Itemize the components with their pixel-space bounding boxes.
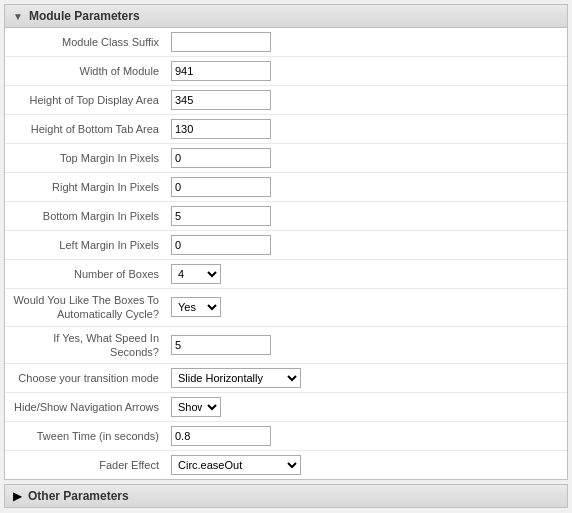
param-row-number-of-boxes: Number of Boxes123456 xyxy=(5,260,567,289)
param-row-auto-cycle: Would You Like The Boxes To Automaticall… xyxy=(5,289,567,327)
select-transition-mode[interactable]: Slide HorizontallyFadeSlide Vertically xyxy=(171,368,301,388)
module-params-title: Module Parameters xyxy=(29,9,140,23)
param-row-nav-arrows: Hide/Show Navigation ArrowsShowHide xyxy=(5,393,567,422)
input-speed-seconds[interactable] xyxy=(171,335,271,355)
param-label-module-class-suffix: Module Class Suffix xyxy=(5,28,165,57)
param-label-auto-cycle: Would You Like The Boxes To Automaticall… xyxy=(5,289,165,327)
param-value-transition-mode: Slide HorizontallyFadeSlide Vertically xyxy=(165,364,567,393)
param-row-height-bottom-tab: Height of Bottom Tab Area xyxy=(5,115,567,144)
param-row-bottom-margin: Bottom Margin In Pixels xyxy=(5,202,567,231)
param-label-fader-effect: Fader Effect xyxy=(5,451,165,480)
select-fader-effect[interactable]: Circ.easeOutLinear.easeNoneSine.easeInSi… xyxy=(171,455,301,475)
input-left-margin[interactable] xyxy=(171,235,271,255)
select-nav-arrows[interactable]: ShowHide xyxy=(171,397,221,417)
param-value-width-of-module xyxy=(165,57,567,86)
param-label-right-margin: Right Margin In Pixels xyxy=(5,173,165,202)
input-width-of-module[interactable] xyxy=(171,61,271,81)
param-value-tween-time xyxy=(165,422,567,451)
params-table: Module Class SuffixWidth of ModuleHeight… xyxy=(5,28,567,479)
input-tween-time[interactable] xyxy=(171,426,271,446)
param-value-nav-arrows: ShowHide xyxy=(165,393,567,422)
param-label-tween-time: Tween Time (in seconds) xyxy=(5,422,165,451)
param-value-bottom-margin xyxy=(165,202,567,231)
param-label-number-of-boxes: Number of Boxes xyxy=(5,260,165,289)
input-right-margin[interactable] xyxy=(171,177,271,197)
input-height-bottom-tab[interactable] xyxy=(171,119,271,139)
param-label-speed-seconds: If Yes, What Speed In Seconds? xyxy=(5,326,165,364)
param-row-top-margin: Top Margin In Pixels xyxy=(5,144,567,173)
module-params-section: ▼ Module Parameters Module Class SuffixW… xyxy=(4,4,568,480)
param-value-module-class-suffix xyxy=(165,28,567,57)
other-params-section: ▶ Other Parameters xyxy=(4,484,568,508)
param-value-fader-effect: Circ.easeOutLinear.easeNoneSine.easeInSi… xyxy=(165,451,567,480)
param-row-right-margin: Right Margin In Pixels xyxy=(5,173,567,202)
param-label-height-top-display: Height of Top Display Area xyxy=(5,86,165,115)
param-label-left-margin: Left Margin In Pixels xyxy=(5,231,165,260)
module-params-arrow: ▼ xyxy=(13,11,23,22)
param-label-bottom-margin: Bottom Margin In Pixels xyxy=(5,202,165,231)
param-row-speed-seconds: If Yes, What Speed In Seconds? xyxy=(5,326,567,364)
param-value-right-margin xyxy=(165,173,567,202)
param-row-transition-mode: Choose your transition modeSlide Horizon… xyxy=(5,364,567,393)
param-row-width-of-module: Width of Module xyxy=(5,57,567,86)
param-label-width-of-module: Width of Module xyxy=(5,57,165,86)
param-value-number-of-boxes: 123456 xyxy=(165,260,567,289)
input-module-class-suffix[interactable] xyxy=(171,32,271,52)
param-value-height-bottom-tab xyxy=(165,115,567,144)
param-row-fader-effect: Fader EffectCirc.easeOutLinear.easeNoneS… xyxy=(5,451,567,480)
param-label-nav-arrows: Hide/Show Navigation Arrows xyxy=(5,393,165,422)
param-row-height-top-display: Height of Top Display Area xyxy=(5,86,567,115)
input-height-top-display[interactable] xyxy=(171,90,271,110)
param-value-top-margin xyxy=(165,144,567,173)
input-bottom-margin[interactable] xyxy=(171,206,271,226)
other-params-arrow: ▶ xyxy=(13,489,22,503)
param-value-speed-seconds xyxy=(165,326,567,364)
param-value-left-margin xyxy=(165,231,567,260)
param-value-height-top-display xyxy=(165,86,567,115)
select-number-of-boxes[interactable]: 123456 xyxy=(171,264,221,284)
param-label-height-bottom-tab: Height of Bottom Tab Area xyxy=(5,115,165,144)
select-auto-cycle[interactable]: YesNo xyxy=(171,297,221,317)
input-top-margin[interactable] xyxy=(171,148,271,168)
param-value-auto-cycle: YesNo xyxy=(165,289,567,327)
param-label-top-margin: Top Margin In Pixels xyxy=(5,144,165,173)
other-params-title: Other Parameters xyxy=(28,489,129,503)
param-row-module-class-suffix: Module Class Suffix xyxy=(5,28,567,57)
param-label-transition-mode: Choose your transition mode xyxy=(5,364,165,393)
module-params-header[interactable]: ▼ Module Parameters xyxy=(5,5,567,28)
param-row-left-margin: Left Margin In Pixels xyxy=(5,231,567,260)
param-row-tween-time: Tween Time (in seconds) xyxy=(5,422,567,451)
